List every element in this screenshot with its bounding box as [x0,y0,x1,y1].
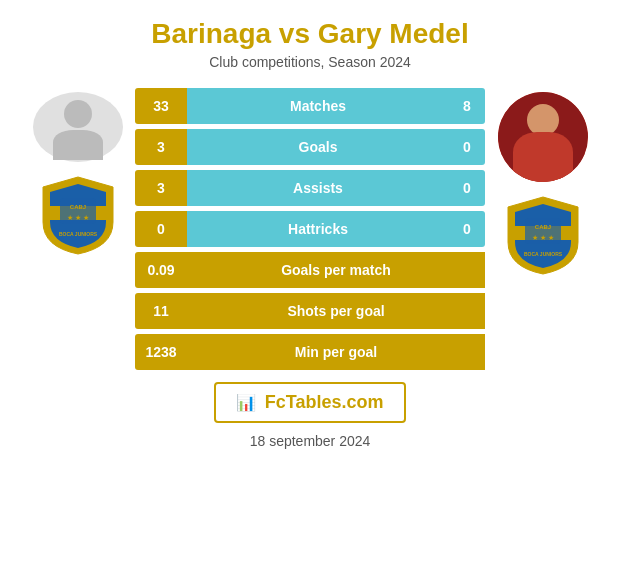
stat-label: Shots per goal [187,293,485,329]
watermark-text: FcTables.com [265,392,384,412]
stat-left-value: 0 [135,211,187,247]
svg-text:★ ★ ★: ★ ★ ★ [67,214,89,221]
main-content: CABJ ★ ★ ★ BOCA JUNIORS 33Matches83Goals… [20,88,600,370]
stats-section: 33Matches83Goals03Assists00Hattricks00.0… [135,88,485,370]
stat-left-value: 3 [135,129,187,165]
stat-label: Assists [187,170,449,206]
stat-label: Goals [187,129,449,165]
stat-row: 1238Min per goal [135,334,485,370]
page-container: Barinaga vs Gary Medel Club competitions… [0,0,620,580]
avatar-body [53,130,103,160]
stat-left-value: 33 [135,88,187,124]
svg-text:CABJ: CABJ [534,224,550,230]
stat-right-value: 8 [449,88,485,124]
stat-row: 0.09Goals per match [135,252,485,288]
gary-medel-avatar [498,92,588,182]
svg-text:BOCA JUNIORS: BOCA JUNIORS [58,231,97,237]
boca-shield-left: CABJ ★ ★ ★ BOCA JUNIORS [38,172,118,257]
stat-right-value: 0 [449,170,485,206]
stat-left-value: 3 [135,170,187,206]
stat-row: 3Assists0 [135,170,485,206]
watermark-box: 📊 FcTables.com [214,382,405,423]
watermark-icon: 📊 [236,393,256,412]
page-subtitle: Club competitions, Season 2024 [209,54,411,70]
stat-label: Hattricks [187,211,449,247]
barinaga-avatar [33,92,123,162]
stat-right-value: 0 [449,129,485,165]
right-avatars: CABJ ★ ★ ★ BOCA JUNIORS [485,88,600,277]
svg-text:BOCA JUNIORS: BOCA JUNIORS [523,251,562,257]
svg-text:★ ★ ★: ★ ★ ★ [532,234,554,241]
stat-right-value: 0 [449,211,485,247]
stat-left-value: 11 [135,293,187,329]
avatar-head [64,100,92,128]
page-title: Barinaga vs Gary Medel [151,18,468,50]
stat-left-value: 0.09 [135,252,187,288]
stat-label: Min per goal [187,334,485,370]
date-label: 18 september 2024 [250,433,371,449]
svg-point-6 [527,104,559,136]
stat-left-value: 1238 [135,334,187,370]
stat-row: 0Hattricks0 [135,211,485,247]
svg-text:CABJ: CABJ [69,204,85,210]
left-avatars: CABJ ★ ★ ★ BOCA JUNIORS [20,88,135,257]
stat-label: Matches [187,88,449,124]
stat-row: 3Goals0 [135,129,485,165]
stat-label: Goals per match [187,252,485,288]
stat-row: 11Shots per goal [135,293,485,329]
boca-shield-right: CABJ ★ ★ ★ BOCA JUNIORS [503,192,583,277]
stat-row: 33Matches8 [135,88,485,124]
